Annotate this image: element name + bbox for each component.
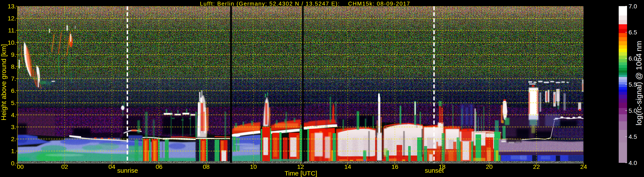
svg-text:12.: 12.	[8, 15, 16, 22]
svg-text:9.: 9.	[11, 51, 16, 58]
svg-text:6.: 6.	[11, 87, 16, 94]
svg-text:Height above ground [km]: Height above ground [km]	[0, 44, 8, 120]
svg-text:log(rc-signal) @ 1064 nm: log(rc-signal) @ 1064 nm	[634, 41, 643, 125]
svg-text:3.: 3.	[11, 123, 16, 130]
svg-text:16: 16	[392, 163, 398, 170]
svg-text:10.: 10.	[8, 39, 16, 46]
svg-text:24: 24	[580, 163, 587, 170]
svg-text:11.: 11.	[8, 27, 16, 34]
svg-text:6.5: 6.5	[628, 29, 637, 36]
svg-text:12: 12	[297, 163, 304, 170]
svg-text:sunrise: sunrise	[117, 167, 138, 174]
svg-text:Time [UTC]: Time [UTC]	[284, 170, 317, 177]
svg-text:14: 14	[344, 163, 351, 170]
svg-text:20: 20	[486, 163, 493, 170]
svg-text:04: 04	[108, 163, 115, 170]
svg-text:00: 00	[17, 163, 24, 170]
svg-text:4.5: 4.5	[628, 133, 637, 140]
svg-text:08: 08	[203, 163, 210, 170]
svg-text:sunset: sunset	[425, 167, 444, 174]
svg-text:8.: 8.	[11, 63, 16, 70]
svg-text:0.: 0.	[11, 160, 16, 167]
svg-text:13.: 13.	[8, 3, 16, 10]
svg-text:7.: 7.	[11, 75, 16, 82]
svg-text:4.0: 4.0	[628, 159, 637, 166]
svg-text:22: 22	[533, 163, 540, 170]
svg-text:Lufft: Berlin (Germany; 52.430: Lufft: Berlin (Germany; 52.4302 N / 13.5…	[200, 1, 410, 7]
svg-text:06: 06	[156, 163, 162, 170]
svg-text:5.: 5.	[11, 99, 16, 106]
svg-text:7.0: 7.0	[628, 3, 637, 10]
svg-text:02: 02	[61, 163, 68, 170]
svg-text:2.: 2.	[11, 135, 16, 142]
svg-text:10: 10	[250, 163, 257, 170]
svg-text:1.: 1.	[11, 147, 16, 154]
svg-text:4.: 4.	[11, 111, 16, 118]
